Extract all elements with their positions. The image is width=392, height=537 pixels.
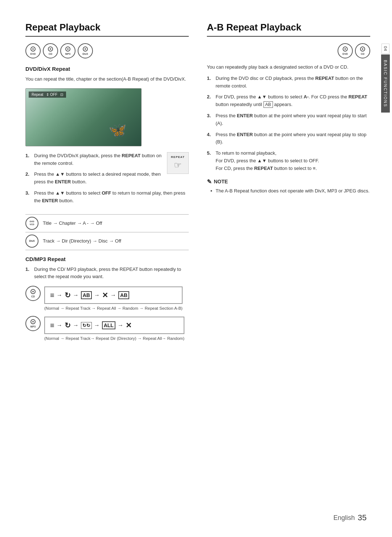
right-section-title: A-B Repeat Playback (207, 22, 370, 37)
divx-icon-table: DivX (25, 235, 38, 248)
cd-icon-left: CD (43, 43, 58, 58)
ab-steps-list: 1. During the DVD disc or CD playback, p… (207, 75, 370, 172)
divx-icon-left: DivX (78, 43, 93, 58)
mp3-sequence-box: ≡ → ↻ → ↻↻ → ALL → ✕ (Normal → Repeat Tr… (44, 314, 184, 342)
cd-mp3-heading: CD/MP3 Repeat (25, 256, 189, 262)
side-tab: 04 Basic Functions (379, 44, 392, 113)
dvd-sequence-text: Title → Chapter → A - → Off (43, 220, 102, 226)
left-column: Repeat Playback DVD CD MP3 (25, 22, 189, 342)
screenshot-overlay: Repeat ⇕ OFF ⊡ (29, 91, 66, 98)
ab-step-2: 2. For DVD, press the ▲▼ buttons to sele… (207, 93, 370, 109)
mp3-row: MP3 ≡ → ↻ → ↻↻ → ALL → ✕ (25, 314, 189, 342)
cd-mode-sequence: ≡ → ↻ → AB → ✕ → AB (44, 286, 183, 304)
dvd-icon-table: DVDVCD Title → Chapter → A - → Off DivX … (25, 214, 189, 250)
page-container: 04 Basic Functions Repeat Playback DVD C… (0, 0, 392, 537)
ab-step-1: 1. During the DVD disc or CD playback, p… (207, 75, 370, 90)
record-icon: ⊡ (60, 93, 63, 97)
mp3-mode-sequence: ≡ → ↻ → ↻↻ → ALL → ✕ (44, 317, 184, 334)
table-row-dvd: DVDVCD Title → Chapter → A - → Off (25, 215, 189, 232)
mp3-icon: MP3 (60, 43, 75, 58)
two-col-layout: Repeat Playback DVD CD MP3 (25, 22, 370, 342)
dvd-intro-text: You can repeat the title, chapter or the… (25, 76, 189, 83)
cd-row: CD ≡ → ↻ → AB → ✕ → AB (25, 284, 189, 312)
dvd-icon: DVD (25, 43, 41, 58)
note-list: The A-B Repeat function does not operate… (207, 187, 370, 195)
ab-intro-text: You can repeatedly play back a designate… (207, 64, 370, 71)
repeat-button-image: REPEAT ☞ (167, 152, 189, 174)
dvd-step-3: 3. Press the ▲▼ buttons to select OFF to… (25, 190, 189, 205)
repeat-label: Repeat (32, 93, 43, 97)
mp3-row-icon: MP3 (25, 316, 41, 331)
chapter-number: 04 (381, 44, 389, 54)
right-column: A-B Repeat Playback DVD CD You can repea… (207, 22, 370, 342)
right-device-icons: DVD CD (207, 43, 370, 58)
mp3-caption: (Normal → Repeat Track→ Repeat Dir (Dire… (44, 335, 184, 342)
cd-icon-right: CD (355, 43, 370, 58)
left-device-icons: DVD CD MP3 DivX (25, 43, 189, 58)
note-section: NOTE The A-B Repeat function does not op… (207, 178, 370, 195)
dvd-step-1: 1. During the DVD/DivX playback, press t… (25, 152, 163, 167)
note-title: NOTE (207, 178, 370, 185)
ab-step-3: 3. Press the ENTER button at the point w… (207, 112, 370, 127)
repeat-value: ⇕ OFF (46, 93, 57, 97)
cd-sequence-box: ≡ → ↻ → AB → ✕ → AB (Normal → Repeat Tra… (44, 284, 183, 312)
cd-steps-list: 1. During the CD/ MP3 playback, press th… (25, 266, 189, 281)
dvd-icon-right: DVD (338, 43, 353, 58)
steps-section: REPEAT ☞ 1. During the DVD/DivX playback… (25, 152, 189, 208)
dvd-screenshot: Repeat ⇕ OFF ⊡ 🦋 (25, 88, 142, 146)
ab-step-4: 4. Press the ENTER button at the point w… (207, 131, 370, 146)
ab-step-5: 5. To return to normal playback, For DVD… (207, 150, 370, 172)
cd-sequence-container: CD ≡ → ↻ → AB → ✕ → AB (25, 284, 189, 342)
note-item-1: The A-B Repeat function does not operate… (211, 187, 370, 195)
cd-intro-text: During the CD/ MP3 playback, press the R… (34, 266, 189, 281)
cd-step-1: 1. During the CD/ MP3 playback, press th… (25, 266, 189, 281)
chapter-label: Basic Functions (381, 54, 390, 113)
divx-sequence-text: Track → Dir (Directory) → Disc → Off (43, 238, 121, 244)
dvd-step-2: 2. Press the ▲▼ buttons to select a desi… (25, 171, 163, 186)
cd-row-icon: CD (25, 286, 41, 301)
english-label: English (333, 514, 355, 522)
butterfly-decoration: 🦋 (109, 122, 127, 139)
page-number: 35 (358, 513, 367, 522)
dvd-divx-heading: DVD/DivX Repeat (25, 66, 189, 72)
page-number-container: English 35 (333, 513, 367, 522)
table-row-divx: DivX Track → Dir (Directory) → Disc → Of… (25, 232, 189, 250)
dvd-steps-list: 1. During the DVD/DivX playback, press t… (25, 152, 189, 205)
left-section-title: Repeat Playback (25, 22, 189, 37)
cd-caption: (Normal → Repeat Track → Repeat All → Ra… (44, 305, 183, 312)
dvd-vcd-icon: DVDVCD (25, 217, 38, 230)
